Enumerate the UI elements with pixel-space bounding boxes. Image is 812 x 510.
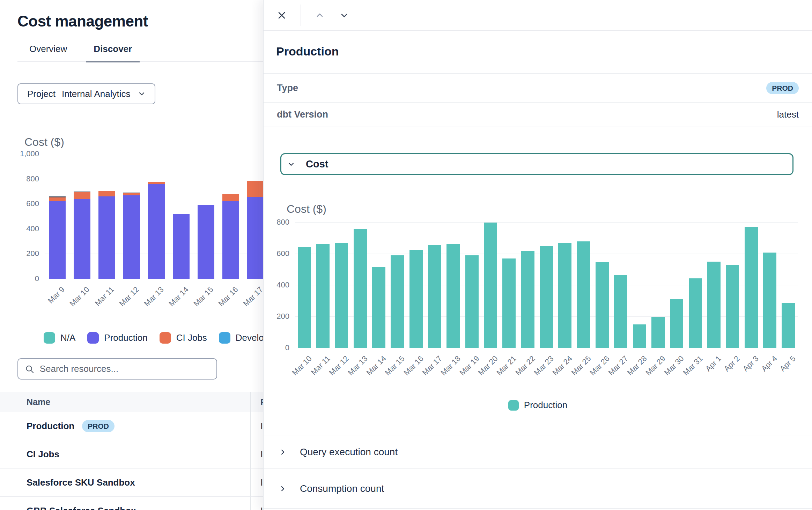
environment-details-panel: Production Type PROD dbt Version latest … bbox=[263, 0, 812, 510]
bar-production-mar-27[interactable] bbox=[614, 275, 627, 348]
legend-label: N/A bbox=[60, 332, 75, 343]
next-item-button[interactable] bbox=[337, 8, 352, 23]
search-input[interactable] bbox=[40, 363, 209, 374]
collapsed-sections: Query execution count Consumption count bbox=[264, 435, 812, 509]
legend-item-production: Production bbox=[508, 400, 567, 411]
bar-production-mar-28[interactable] bbox=[633, 324, 646, 348]
bar-production-mar-18[interactable] bbox=[446, 244, 460, 348]
resource-name: GBB Salesforce Sandbox bbox=[27, 505, 136, 510]
legend-item-ci-jobs: CI Jobs bbox=[160, 332, 207, 344]
bar-production-mar-20[interactable] bbox=[484, 223, 497, 348]
bar-ci-jobs-mar-10[interactable] bbox=[74, 192, 90, 199]
y-axis-tick-label: 1,000 bbox=[4, 149, 39, 158]
bar-production-mar-14[interactable] bbox=[173, 214, 190, 279]
chevron-right-icon bbox=[279, 448, 287, 456]
gridline bbox=[45, 154, 293, 154]
legend-swatch bbox=[219, 332, 230, 344]
bar-production-apr-4[interactable] bbox=[763, 253, 776, 348]
bar-n-a-mar-12[interactable] bbox=[123, 193, 140, 193]
bar-production-apr-5[interactable] bbox=[782, 303, 795, 348]
bar-production-mar-12[interactable] bbox=[123, 195, 140, 279]
section-query-execution-count[interactable]: Query execution count bbox=[264, 435, 812, 469]
production-cost-chart: Cost ($) 0200400600800Mar 10Mar 11Mar 12… bbox=[264, 201, 812, 396]
bar-production-mar-21[interactable] bbox=[502, 258, 516, 348]
y-axis-tick-label: 800 bbox=[265, 218, 289, 227]
discover-cost-chart: Cost ($) 02004006008001,000Mar 9Mar 10Ma… bbox=[0, 134, 293, 316]
prod-badge: PROD bbox=[82, 420, 115, 432]
bar-production-mar-26[interactable] bbox=[596, 262, 609, 348]
bar-production-mar-11[interactable] bbox=[316, 244, 330, 348]
bar-production-mar-13[interactable] bbox=[148, 184, 165, 279]
cost-management-page: Cost management Overview Discover Projec… bbox=[0, 0, 812, 510]
bar-production-mar-25[interactable] bbox=[577, 241, 590, 348]
bar-production-mar-15[interactable] bbox=[391, 255, 404, 348]
bar-production-apr-3[interactable] bbox=[745, 227, 758, 348]
y-axis-tick-label: 400 bbox=[265, 280, 289, 290]
bar-production-mar-14[interactable] bbox=[372, 267, 385, 348]
toolbar-divider bbox=[301, 5, 301, 26]
bar-ci-jobs-mar-11[interactable] bbox=[98, 191, 115, 196]
legend-label: Production bbox=[524, 400, 567, 411]
bar-production-mar-31[interactable] bbox=[689, 278, 702, 348]
legend-swatch bbox=[508, 400, 519, 411]
chevron-up-icon bbox=[315, 10, 325, 20]
production-chart-legend: Production bbox=[264, 400, 812, 411]
section-divider bbox=[264, 144, 812, 144]
resource-name-cell: CI Jobs bbox=[0, 449, 250, 460]
bar-ci-jobs-mar-16[interactable] bbox=[222, 194, 239, 201]
column-header-name[interactable]: Name bbox=[0, 397, 250, 407]
field-row-dbt-version: dbt Version latest bbox=[264, 103, 812, 127]
bar-production-mar-30[interactable] bbox=[670, 299, 683, 348]
y-axis-tick-label: 200 bbox=[4, 249, 39, 258]
bar-production-mar-22[interactable] bbox=[521, 251, 534, 348]
resource-name-cell: Salesforce SKU Sandbox bbox=[0, 477, 250, 488]
tab-discover[interactable]: Discover bbox=[91, 44, 135, 61]
bar-production-mar-11[interactable] bbox=[98, 196, 115, 279]
bar-ci-jobs-mar-17[interactable] bbox=[247, 181, 264, 197]
legend-swatch bbox=[44, 332, 55, 344]
bar-production-mar-17[interactable] bbox=[428, 245, 441, 348]
bar-ci-jobs-mar-12[interactable] bbox=[123, 193, 140, 195]
chevron-down-icon bbox=[339, 10, 349, 20]
section-cost-expanded[interactable]: Cost bbox=[280, 153, 793, 175]
bar-production-mar-17[interactable] bbox=[247, 197, 264, 279]
tab-overview[interactable]: Overview bbox=[27, 44, 70, 61]
bar-production-mar-10[interactable] bbox=[298, 247, 311, 348]
project-filter-dropdown[interactable]: Project Internal Analytics bbox=[17, 83, 155, 104]
search-resources bbox=[17, 358, 217, 380]
bar-production-mar-29[interactable] bbox=[651, 317, 665, 348]
bar-production-apr-2[interactable] bbox=[726, 265, 739, 348]
bar-production-mar-16[interactable] bbox=[222, 201, 239, 279]
field-label: Type bbox=[277, 83, 298, 93]
field-row-type: Type PROD bbox=[264, 74, 812, 103]
panel-title: Production bbox=[276, 45, 339, 58]
bar-production-mar-16[interactable] bbox=[409, 250, 423, 348]
y-axis-tick-label: 600 bbox=[265, 249, 289, 258]
y-axis-tick-label: 0 bbox=[265, 343, 289, 352]
section-label: Consumption count bbox=[300, 483, 384, 494]
close-panel-button[interactable] bbox=[273, 7, 290, 24]
panel-fields: Type PROD dbt Version latest bbox=[264, 73, 812, 127]
bar-production-mar-15[interactable] bbox=[198, 205, 214, 279]
section-consumption-count[interactable]: Consumption count bbox=[264, 469, 812, 509]
gridline bbox=[45, 179, 293, 179]
chart-plot-area bbox=[295, 222, 798, 348]
bar-production-mar-23[interactable] bbox=[540, 246, 553, 348]
bar-production-mar-12[interactable] bbox=[335, 243, 348, 348]
bar-ci-jobs-mar-9[interactable] bbox=[49, 197, 66, 201]
bar-production-mar-24[interactable] bbox=[558, 243, 571, 348]
dbt-version-value: latest bbox=[777, 109, 799, 120]
previous-item-button[interactable] bbox=[312, 8, 327, 23]
section-label-cost: Cost bbox=[306, 158, 328, 170]
bar-production-mar-10[interactable] bbox=[74, 199, 90, 279]
bar-production-apr-1[interactable] bbox=[707, 262, 721, 348]
chevron-down-icon bbox=[138, 90, 146, 98]
bar-n-a-mar-9[interactable] bbox=[49, 196, 66, 197]
bar-n-a-mar-10[interactable] bbox=[74, 192, 90, 192]
bar-production-mar-9[interactable] bbox=[49, 201, 66, 279]
legend-item-production: Production bbox=[87, 332, 147, 344]
bar-production-mar-13[interactable] bbox=[354, 229, 367, 348]
bar-production-mar-19[interactable] bbox=[465, 255, 479, 348]
bar-ci-jobs-mar-13[interactable] bbox=[148, 182, 165, 184]
gridline bbox=[45, 279, 293, 279]
